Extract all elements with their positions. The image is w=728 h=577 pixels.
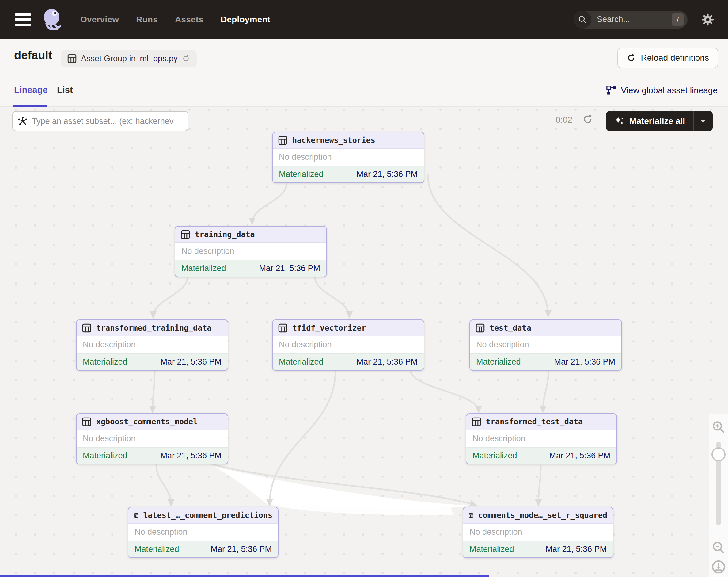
asset-node-body: No description <box>470 336 621 353</box>
horizontal-scrollbar[interactable] <box>0 575 489 577</box>
asset-description: No description <box>279 340 332 350</box>
asset-node-tfidf_vectorizer[interactable]: tfidf_vectorizer No description Material… <box>272 320 424 371</box>
zoom-controls <box>709 413 728 577</box>
asset-description: No description <box>472 434 525 443</box>
materialization-timestamp-link[interactable]: Mar 21, 5:36 PM <box>356 357 418 367</box>
materialized-status: Materialized <box>134 545 179 554</box>
reload-definitions-label: Reload definitions <box>641 53 709 63</box>
asset-node-body: No description <box>466 430 617 447</box>
asset-group-label: Asset Group in <box>81 54 136 64</box>
table-icon <box>278 136 287 145</box>
nav-link-assets[interactable]: Assets <box>175 15 204 25</box>
asset-node-xgboost_comments_model[interactable]: xgboost_comments_model No description Ma… <box>76 413 228 465</box>
asset-name: hackernews_stories <box>292 136 375 145</box>
sparkle-icon <box>614 116 624 126</box>
tabs-row: Lineage List View global asset lineage <box>0 79 728 107</box>
asset-node-footer: Materialized Mar 21, 5:36 PM <box>175 260 326 277</box>
nav-link-runs[interactable]: Runs <box>136 15 158 25</box>
search-input[interactable]: Search... / <box>574 11 687 28</box>
asset-subset-input[interactable] <box>32 117 183 126</box>
asset-node-body: No description <box>77 336 228 353</box>
graph-refresh-icon[interactable] <box>582 114 593 125</box>
asset-subset-filter[interactable] <box>12 111 188 131</box>
materialized-status: Materialized <box>469 545 514 554</box>
asset-name: tfidf_vectorizer <box>292 323 366 332</box>
nav-link-overview[interactable]: Overview <box>80 15 119 25</box>
search-shortcut-badge: / <box>672 14 684 26</box>
top-nav: Overview Runs Assets Deployment Search..… <box>0 0 728 39</box>
zoom-slider[interactable] <box>716 442 721 525</box>
materialization-timestamp-link[interactable]: Mar 21, 5:36 PM <box>356 170 418 179</box>
nav-link-deployment[interactable]: Deployment <box>220 15 270 25</box>
materialization-timestamp-link[interactable]: Mar 21, 5:36 PM <box>554 357 615 367</box>
materialized-status: Materialized <box>279 170 323 179</box>
materialization-timestamp-link[interactable]: Mar 21, 5:36 PM <box>160 451 222 460</box>
refresh-icon[interactable] <box>182 55 190 62</box>
menu-icon[interactable] <box>15 14 31 26</box>
refresh-timer: 0:02 <box>556 115 573 125</box>
asset-node-footer: Materialized Mar 21, 5:36 PM <box>273 166 424 182</box>
chevron-down-icon <box>700 119 706 123</box>
search-placeholder: Search... <box>597 15 672 24</box>
asset-name: transformed_test_data <box>486 417 583 426</box>
asset-node-header: training_data <box>175 227 326 243</box>
zoom-out-icon[interactable] <box>712 541 725 554</box>
asset-node-body: No description <box>175 243 326 260</box>
asset-node-body: No description <box>273 336 424 353</box>
materialized-status: Materialized <box>83 357 127 367</box>
dagster-logo-icon[interactable] <box>41 8 64 31</box>
materialized-status: Materialized <box>83 451 127 460</box>
page-title: default <box>14 49 52 62</box>
asset-node-comments_model_r_squared[interactable]: comments_mode…_set_r_squared No descript… <box>463 507 614 558</box>
asset-node-header: transformed_test_data <box>466 414 617 430</box>
view-global-asset-lineage-link[interactable]: View global asset lineage <box>606 85 718 95</box>
asset-description: No description <box>181 247 234 256</box>
lineage-graph-icon <box>606 85 616 95</box>
materialize-all-button[interactable]: Materialize all <box>606 111 693 131</box>
asset-node-test_data[interactable]: test_data No description Materialized Ma… <box>469 320 622 371</box>
asset-node-footer: Materialized Mar 21, 5:36 PM <box>466 447 617 464</box>
asset-node-body: No description <box>77 430 228 447</box>
asset-description: No description <box>83 340 136 350</box>
asset-description: No description <box>476 340 529 350</box>
asset-node-latest_comment_predictions[interactable]: latest_…_comment_predictions No descript… <box>128 507 279 558</box>
materialization-timestamp-link[interactable]: Mar 21, 5:36 PM <box>545 545 607 554</box>
asset-node-training_data[interactable]: training_data No description Materialize… <box>175 226 327 277</box>
materialization-timestamp-link[interactable]: Mar 21, 5:36 PM <box>549 451 610 460</box>
materialize-options-button[interactable] <box>693 111 713 131</box>
asset-node-footer: Materialized Mar 21, 5:36 PM <box>470 353 621 370</box>
materialize-all-label: Materialize all <box>629 116 685 126</box>
download-image-icon[interactable] <box>711 560 726 574</box>
asset-node-footer: Materialized Mar 21, 5:36 PM <box>273 353 424 370</box>
asset-node-header: tfidf_vectorizer <box>273 320 424 336</box>
materialization-timestamp-link[interactable]: Mar 21, 5:36 PM <box>160 357 222 367</box>
lineage-canvas[interactable]: hackernews_stories No description Materi… <box>0 107 728 577</box>
asset-node-transformed_test_data[interactable]: transformed_test_data No description Mat… <box>466 413 617 465</box>
table-icon <box>472 417 481 426</box>
asset-group-pill: Asset Group in ml_ops.py <box>61 50 197 67</box>
tab-lineage[interactable]: Lineage <box>14 85 48 95</box>
materialized-status: Materialized <box>181 264 226 273</box>
asset-name: xgboost_comments_model <box>96 417 198 426</box>
page-header: default Asset Group in ml_ops.py Reload … <box>0 39 728 79</box>
zoom-in-icon[interactable] <box>712 420 725 434</box>
asset-name: transformed_training_data <box>96 323 211 332</box>
asset-group-file-link[interactable]: ml_ops.py <box>140 54 178 64</box>
reload-icon <box>627 53 636 62</box>
materialized-status: Materialized <box>279 357 323 367</box>
asset-node-hackernews_stories[interactable]: hackernews_stories No description Materi… <box>272 132 424 183</box>
table-icon <box>82 323 91 333</box>
tab-list[interactable]: List <box>57 85 73 95</box>
reload-definitions-button[interactable]: Reload definitions <box>617 48 718 68</box>
asset-node-transformed_training_data[interactable]: transformed_training_data No description… <box>76 320 228 371</box>
table-icon <box>68 54 77 63</box>
materialization-timestamp-link[interactable]: Mar 21, 5:36 PM <box>259 264 320 273</box>
table-icon <box>82 417 91 426</box>
materialization-timestamp-link[interactable]: Mar 21, 5:36 PM <box>210 545 272 554</box>
asset-description: No description <box>279 152 332 162</box>
table-icon <box>181 230 190 239</box>
settings-gear-icon[interactable] <box>701 13 714 26</box>
asset-name: comments_mode…_set_r_squared <box>478 511 607 520</box>
zoom-slider-handle[interactable] <box>711 447 726 461</box>
asset-node-body: No description <box>128 524 278 541</box>
